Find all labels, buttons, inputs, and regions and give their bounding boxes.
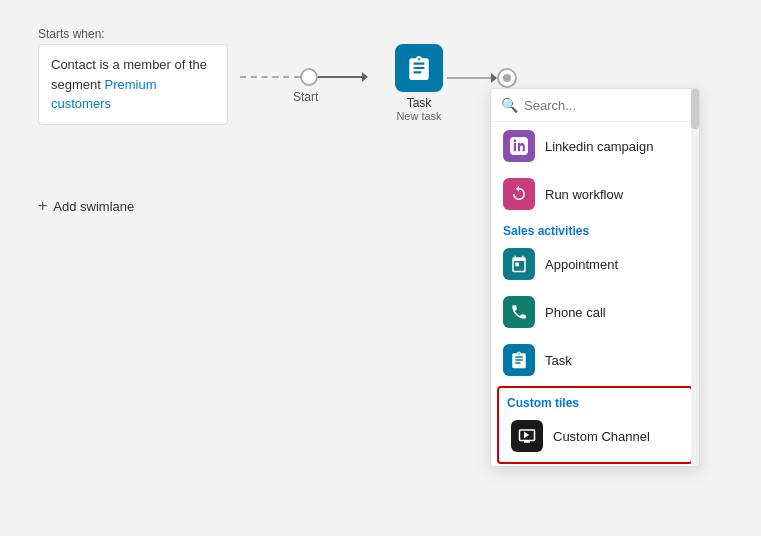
appointment-label: Appointment xyxy=(545,257,618,272)
run-workflow-label: Run workflow xyxy=(545,187,623,202)
dashed-line xyxy=(240,76,300,78)
linkedin-icon-box xyxy=(503,130,535,162)
after-task-line xyxy=(447,68,517,88)
flow-area xyxy=(240,68,368,86)
after-arrow xyxy=(447,77,497,79)
trigger-card[interactable]: Contact is a member of the segment Premi… xyxy=(38,44,228,125)
add-swimlane-label: Add swimlane xyxy=(53,199,134,214)
run-workflow-icon xyxy=(510,185,528,203)
add-swimlane-button[interactable]: + Add swimlane xyxy=(38,197,134,215)
flow-arrow xyxy=(318,76,368,78)
task-node-label: Task xyxy=(407,96,432,110)
phone-call-icon-box xyxy=(503,296,535,328)
end-node xyxy=(497,68,517,88)
phone-call-label: Phone call xyxy=(545,305,606,320)
menu-item-task[interactable]: Task xyxy=(491,336,699,384)
menu-item-linkedin[interactable]: Linkedin campaign xyxy=(491,122,699,170)
search-bar: 🔍 xyxy=(491,89,699,122)
linkedin-icon xyxy=(510,137,528,155)
task-menu-icon xyxy=(510,351,528,369)
menu-item-run-workflow[interactable]: Run workflow xyxy=(491,170,699,218)
start-label: Start xyxy=(293,90,318,104)
run-workflow-icon-box xyxy=(503,178,535,210)
custom-channel-label: Custom Channel xyxy=(553,429,650,444)
linkedin-label: Linkedin campaign xyxy=(545,139,653,154)
task-icon xyxy=(406,55,432,81)
custom-tiles-section: Custom tiles Custom Channel xyxy=(497,386,693,464)
task-menu-icon-box xyxy=(503,344,535,376)
scrollbar-track[interactable] xyxy=(691,89,699,466)
scrollbar-thumb[interactable] xyxy=(691,89,699,129)
search-input[interactable] xyxy=(524,98,692,113)
starts-when-label: Starts when: xyxy=(38,27,105,41)
task-node-sublabel: New task xyxy=(396,110,441,122)
custom-channel-icon xyxy=(518,427,536,445)
task-node[interactable] xyxy=(395,44,443,92)
custom-tiles-header: Custom tiles xyxy=(499,390,691,412)
search-icon: 🔍 xyxy=(501,97,518,113)
plus-icon: + xyxy=(38,197,47,215)
sales-activities-header: Sales activities xyxy=(491,218,699,240)
appointment-icon-box xyxy=(503,248,535,280)
start-node xyxy=(300,68,318,86)
task-node-wrapper: Task New task xyxy=(395,44,443,122)
main-canvas: Starts when: Contact is a member of the … xyxy=(0,0,761,536)
custom-channel-icon-box xyxy=(511,420,543,452)
phone-call-icon xyxy=(510,303,528,321)
appointment-icon xyxy=(510,255,528,273)
task-menu-label: Task xyxy=(545,353,572,368)
menu-item-custom-channel[interactable]: Custom Channel xyxy=(499,412,691,460)
dropdown-panel: 🔍 Linkedin campaign Run workflow Sales a… xyxy=(490,88,700,467)
menu-item-phone-call[interactable]: Phone call xyxy=(491,288,699,336)
menu-item-appointment[interactable]: Appointment xyxy=(491,240,699,288)
